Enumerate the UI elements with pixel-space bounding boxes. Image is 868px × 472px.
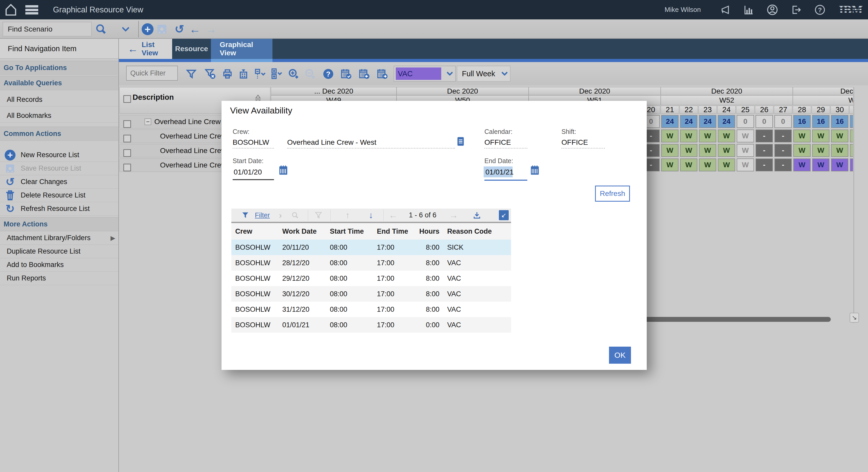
hamburger-menu-icon[interactable]: [25, 4, 38, 15]
previous-record-icon[interactable]: ←: [188, 23, 202, 36]
tab-graphical-view[interactable]: Graphical View: [211, 39, 273, 59]
schedule-cell[interactable]: W: [680, 129, 698, 143]
calendar-back-icon[interactable]: [357, 67, 372, 81]
tab-resource[interactable]: Resource: [172, 39, 211, 59]
period-select[interactable]: Full Week: [457, 66, 510, 82]
start-date-value[interactable]: 01/01/20: [234, 168, 262, 176]
sidebar-item-refresh-resource-list[interactable]: ↻Refresh Resource List: [0, 202, 118, 216]
schedule-cell[interactable]: W: [793, 144, 811, 157]
filter-icon[interactable]: [184, 67, 198, 81]
availability-summary-cell[interactable]: 24: [699, 115, 716, 128]
schedule-cell[interactable]: W: [699, 158, 716, 171]
reason-code-select[interactable]: VAC: [394, 66, 456, 82]
schedule-cell[interactable]: [850, 144, 853, 157]
sidebar-item-delete-resource-list[interactable]: Delete Resource List: [0, 189, 118, 202]
new-record-icon[interactable]: +: [141, 23, 154, 36]
sidebar-item-add-to-bookmarks[interactable]: Add to Bookmarks: [0, 258, 118, 272]
logout-icon[interactable]: [790, 4, 802, 16]
table-row[interactable]: BOSOHLW28/12/2008:0017:008:00VAC: [231, 255, 511, 271]
table-popout-icon[interactable]: ↙: [499, 210, 509, 220]
availability-summary-cell[interactable]: 16: [793, 115, 811, 128]
availability-summary-cell[interactable]: 0: [737, 115, 754, 128]
announcements-icon[interactable]: [719, 4, 731, 16]
sidebar-item-all-records[interactable]: All Records: [0, 93, 118, 106]
schedule-cell[interactable]: W: [661, 144, 679, 157]
search-icon[interactable]: [94, 23, 108, 36]
table-row[interactable]: BOSOHLW31/12/2008:0017:008:00VAC: [231, 302, 511, 317]
profile-icon[interactable]: [767, 4, 778, 16]
quick-filter-input[interactable]: Quick Filter: [126, 66, 178, 81]
home-icon[interactable]: [4, 3, 18, 17]
schedule-cell[interactable]: -: [774, 158, 792, 171]
schedule-cell[interactable]: W: [737, 144, 754, 157]
col-header-hours[interactable]: Hours: [395, 227, 439, 235]
availability-summary-cell[interactable]: 16: [812, 115, 830, 128]
sidebar-item-run-reports[interactable]: Run Reports: [0, 272, 118, 285]
table-row[interactable]: BOSOHLW01/01/2108:0017:000:00VAC: [231, 317, 511, 333]
availability-summary-cell[interactable]: 0: [755, 115, 773, 128]
schedule-cell[interactable]: -: [774, 144, 792, 157]
undo-icon[interactable]: ↺: [173, 23, 186, 36]
sidebar-item-attachment-library-folders[interactable]: Attachment Library/Folders▶: [0, 231, 118, 245]
availability-summary-cell[interactable]: [850, 115, 853, 128]
schedule-cell[interactable]: W: [680, 158, 698, 171]
select-all-checkbox[interactable]: [123, 95, 131, 103]
calendar-select-icon[interactable]: [339, 67, 353, 81]
tab-list-view[interactable]: ← List View: [119, 39, 172, 59]
help-icon[interactable]: ?: [814, 4, 826, 16]
download-icon[interactable]: [470, 209, 484, 222]
schedule-cell[interactable]: W: [812, 129, 830, 143]
schedule-cell[interactable]: W: [812, 144, 830, 157]
start-date-calendar-icon[interactable]: [279, 165, 288, 176]
schedule-cell[interactable]: W: [831, 144, 848, 157]
detail-menu-icon[interactable]: [457, 136, 464, 147]
schedule-cell[interactable]: W: [699, 144, 716, 157]
table-filter-link[interactable]: Filter: [252, 209, 273, 222]
table-filter-icon[interactable]: [240, 209, 250, 222]
find-navigation-input[interactable]: Find Navigation Item: [0, 39, 118, 59]
sidebar-item-new-resource-list[interactable]: +New Resource List: [0, 148, 118, 162]
calendar-forward-icon[interactable]: [375, 67, 390, 81]
end-date-calendar-icon[interactable]: [530, 165, 539, 176]
find-scenario-input[interactable]: Find Scenario: [3, 22, 92, 36]
sidebar-item-all-bookmarks[interactable]: All Bookmarks: [0, 109, 118, 123]
collapse-group-icon[interactable]: −: [145, 118, 151, 125]
row-checkbox[interactable]: [123, 120, 131, 128]
schedule-cell[interactable]: W: [831, 129, 848, 143]
schedule-cell[interactable]: W: [718, 158, 735, 171]
resize-corner-icon[interactable]: ↘: [850, 313, 859, 323]
clear-filter-icon[interactable]: [203, 67, 218, 81]
col-header-crew[interactable]: Crew: [235, 227, 279, 235]
print-icon[interactable]: [220, 67, 235, 81]
sidebar-item-duplicate-resource-list[interactable]: Duplicate Resource List: [0, 245, 118, 258]
table-row[interactable]: BOSOHLW30/12/2008:0017:008:00VAC: [231, 286, 511, 302]
search-options-chevron-icon[interactable]: [119, 23, 132, 36]
row-checkbox[interactable]: [123, 164, 131, 171]
schedule-cell[interactable]: [850, 129, 853, 143]
schedule-cell[interactable]: W: [661, 129, 679, 143]
col-header-work-date[interactable]: Work Date: [282, 227, 326, 235]
schedule-cell[interactable]: W: [793, 158, 811, 171]
col-header-reason-code[interactable]: Reason Code: [447, 227, 504, 235]
schedule-cell[interactable]: W: [718, 144, 735, 157]
schedule-cell[interactable]: W: [737, 129, 754, 143]
schedule-cell[interactable]: -: [774, 129, 792, 143]
move-down-icon[interactable]: ↓: [365, 209, 377, 222]
schedule-cell[interactable]: W: [661, 158, 679, 171]
schedule-cell[interactable]: W: [793, 129, 811, 143]
schedule-cell[interactable]: W: [812, 158, 830, 171]
org-structure-icon[interactable]: [236, 67, 251, 81]
row-checkbox[interactable]: [123, 149, 131, 157]
schedule-cell[interactable]: [850, 158, 853, 171]
availability-summary-cell[interactable]: 16: [831, 115, 848, 128]
schedule-cell[interactable]: W: [718, 129, 735, 143]
zoom-in-icon[interactable]: [286, 67, 301, 81]
availability-summary-cell[interactable]: 0: [774, 115, 792, 128]
expand-rows-icon[interactable]: [269, 67, 284, 81]
schedule-cell[interactable]: W: [831, 158, 848, 171]
schedule-cell[interactable]: W: [680, 144, 698, 157]
expand-filter-chevron-icon[interactable]: ›: [277, 209, 284, 222]
collapse-rows-icon[interactable]: [253, 67, 267, 81]
end-date-value[interactable]: 01/01/21: [486, 168, 514, 176]
user-name[interactable]: Mike Wilson: [664, 6, 701, 14]
